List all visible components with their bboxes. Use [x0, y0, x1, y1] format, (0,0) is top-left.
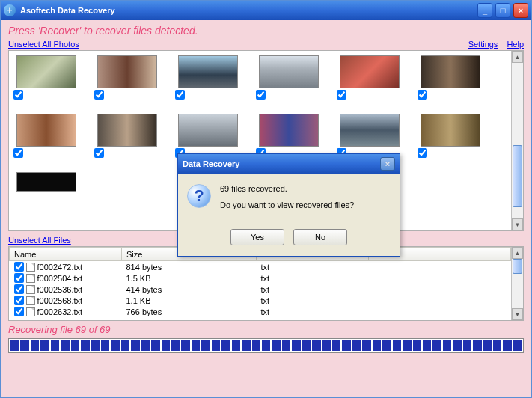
- progress-segment: [503, 340, 511, 351]
- minimize-button[interactable]: _: [477, 3, 492, 18]
- photo-checkbox[interactable]: [337, 90, 346, 100]
- progress-segment: [322, 340, 331, 351]
- settings-link[interactable]: Settings: [468, 40, 498, 49]
- scroll-up-arrow-icon[interactable]: ▲: [512, 247, 523, 259]
- help-link[interactable]: Help: [507, 40, 524, 49]
- file-name: f0002504.txt: [37, 274, 83, 283]
- photo-checkbox[interactable]: [418, 90, 427, 100]
- photo-checkbox[interactable]: [13, 148, 23, 158]
- photo-item[interactable]: [340, 114, 400, 147]
- scroll-thumb[interactable]: [513, 259, 522, 274]
- file-size: 414 bytes: [122, 284, 257, 295]
- file-checkbox[interactable]: [14, 273, 24, 283]
- photo-thumbnail[interactable]: [259, 114, 319, 147]
- photo-item[interactable]: [421, 114, 480, 147]
- scroll-down-arrow-icon[interactable]: ▼: [512, 308, 523, 320]
- table-row[interactable]: f0002472.txt814 bytestxt: [10, 261, 511, 273]
- photo-thumbnail[interactable]: [16, 55, 76, 88]
- photo-item[interactable]: [259, 55, 319, 88]
- photo-thumbnail[interactable]: [97, 55, 157, 88]
- file-checkbox[interactable]: [14, 307, 24, 316]
- file-checkbox[interactable]: [14, 296, 24, 305]
- scroll-up-arrow-icon[interactable]: ▲: [512, 51, 523, 63]
- recovery-complete-dialog: Data Recovery × ? 69 files recovered. Do…: [177, 153, 400, 257]
- photo-item[interactable]: [340, 55, 400, 88]
- dialog-title: Data Recovery: [183, 159, 380, 168]
- photo-thumbnail[interactable]: [259, 55, 319, 88]
- progress-segment: [282, 340, 290, 351]
- progress-segment: [443, 340, 451, 351]
- table-row[interactable]: f0002504.txt1.5 KBtxt: [10, 272, 511, 284]
- window-title: Asoftech Data Recovery: [20, 6, 474, 15]
- progress-segment: [252, 340, 260, 351]
- dialog-title-bar: Data Recovery ×: [178, 154, 400, 174]
- progress-segment: [483, 340, 492, 351]
- no-button[interactable]: No: [293, 229, 347, 245]
- photo-item[interactable]: [178, 55, 238, 88]
- scroll-thumb[interactable]: [513, 145, 522, 207]
- photo-item[interactable]: [178, 114, 238, 147]
- photo-thumbnail[interactable]: [178, 114, 238, 147]
- photo-checkbox[interactable]: [256, 90, 266, 100]
- photo-checkbox[interactable]: [94, 148, 104, 158]
- photo-item[interactable]: [16, 114, 76, 147]
- files-table: Name Size Extension f0002472.txt814 byte…: [9, 247, 511, 317]
- photo-item[interactable]: [97, 114, 157, 147]
- progress-segment: [242, 340, 250, 351]
- photo-checkbox[interactable]: [94, 90, 104, 100]
- progress-segment: [131, 340, 139, 351]
- progress-segment: [232, 340, 240, 351]
- progress-segment: [352, 340, 361, 351]
- photo-checkbox[interactable]: [175, 90, 185, 100]
- photos-scrollbar[interactable]: ▲ ▼: [511, 51, 523, 230]
- yes-button[interactable]: Yes: [230, 229, 284, 245]
- progress-segment: [362, 340, 370, 351]
- photo-thumbnail[interactable]: [340, 114, 400, 147]
- photo-item[interactable]: [259, 114, 319, 147]
- photo-thumbnail[interactable]: [421, 114, 480, 147]
- close-button[interactable]: ×: [513, 3, 528, 18]
- table-row[interactable]: f0002632.txt766 bytestxt: [10, 306, 511, 317]
- photo-checkbox[interactable]: [13, 90, 23, 100]
- file-checkbox[interactable]: [14, 284, 24, 294]
- table-row[interactable]: f0002568.txt1.1 KBtxt: [10, 295, 511, 306]
- unselect-all-photos-link[interactable]: Unselect All Photos: [8, 40, 79, 49]
- photo-thumbnail[interactable]: [421, 55, 480, 88]
- dialog-close-button[interactable]: ×: [380, 157, 395, 171]
- photo-item[interactable]: [421, 55, 480, 88]
- progress-segment: [101, 340, 109, 351]
- photo-thumbnail[interactable]: [340, 55, 400, 88]
- photo-thumbnail[interactable]: [97, 114, 157, 147]
- photo-item[interactable]: [16, 172, 76, 192]
- progress-segment: [40, 340, 49, 351]
- scroll-track[interactable]: [512, 259, 523, 308]
- progress-segment: [513, 340, 522, 351]
- file-icon: [26, 285, 35, 294]
- photo-thumbnail[interactable]: [178, 55, 238, 88]
- progress-segment: [201, 340, 210, 351]
- maximize-button[interactable]: □: [495, 3, 510, 18]
- photo-checkbox[interactable]: [418, 148, 427, 158]
- progress-segment: [262, 340, 270, 351]
- progress-segment: [272, 340, 280, 351]
- progress-segment: [20, 340, 28, 351]
- column-header-name[interactable]: Name: [10, 248, 122, 261]
- progress-segment: [121, 340, 129, 351]
- progress-bar: [8, 338, 524, 353]
- photo-item[interactable]: [97, 55, 157, 88]
- photo-item[interactable]: [16, 55, 76, 88]
- file-checkbox[interactable]: [14, 262, 24, 272]
- progress-segment: [111, 340, 119, 351]
- photo-thumbnail[interactable]: [16, 114, 76, 147]
- scroll-track[interactable]: [512, 63, 523, 218]
- progress-segment: [31, 340, 39, 351]
- progress-segment: [292, 340, 300, 351]
- progress-segment: [302, 340, 311, 351]
- scroll-down-arrow-icon[interactable]: ▼: [512, 218, 523, 230]
- photo-thumbnail[interactable]: [16, 172, 76, 192]
- file-name: f0002632.txt: [37, 307, 83, 316]
- table-row[interactable]: f0002536.txt414 bytestxt: [10, 284, 511, 295]
- progress-segment: [312, 340, 320, 351]
- files-scrollbar[interactable]: ▲ ▼: [511, 247, 523, 320]
- unselect-all-files-link[interactable]: Unselect All Files: [8, 236, 71, 245]
